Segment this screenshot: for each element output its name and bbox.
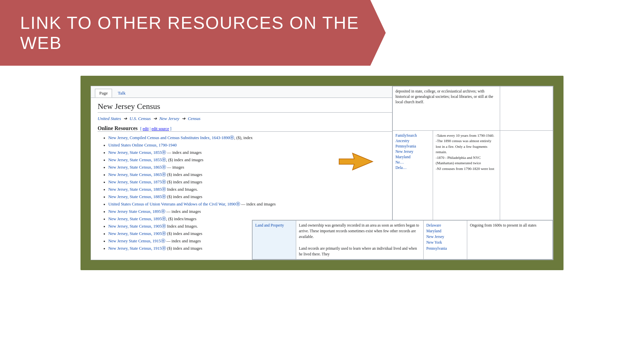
delaware-link[interactable]: Delaware: [426, 223, 441, 227]
section-edit-links: [ edit | edit source ]: [140, 126, 171, 131]
new-york-link[interactable]: New York: [426, 240, 442, 244]
ongoing-cell: Ongoing from 1600s to present in all sta…: [467, 220, 553, 259]
ancestry-link[interactable]: Ancestry: [395, 139, 410, 143]
list-link[interactable]: New Jersey, State Census, 1865ⓔ: [108, 172, 166, 177]
new-jersey-link[interactable]: New Jersey: [395, 149, 413, 154]
list-link[interactable]: New Jersey, State Census, 1905ⓔ: [108, 231, 166, 236]
info-table-overlay: deposited in state, college, or ecclesia…: [392, 86, 553, 224]
empty-col: [500, 130, 553, 223]
new-jersey-bottom-link[interactable]: New Jersey: [426, 235, 444, 239]
list-link[interactable]: New Jersey, State Census, 1875ⓔ: [108, 180, 166, 184]
list-link[interactable]: New Jersey, State Census, 1865ⓔ: [108, 165, 166, 170]
category-cell: Land and Property: [253, 220, 296, 259]
edit-link[interactable]: edit: [143, 126, 149, 131]
header-title: LINK TO OTHER RESOURCES ON THE WEB: [20, 13, 366, 53]
list-link[interactable]: New Jersey State Census, 1915ⓔ: [108, 239, 165, 243]
breadcrumb-us[interactable]: United States: [98, 116, 121, 121]
ne-link[interactable]: Ne…: [395, 160, 404, 164]
list-link[interactable]: New Jersey State Census, 1895ⓔ: [108, 209, 165, 214]
breadcrumb-nj[interactable]: New Jersey: [159, 116, 179, 121]
list-link[interactable]: New Jersey, State Census, 1895ⓔ: [108, 217, 166, 221]
wiki-panel: Page Talk Read View New Jersey Census Un…: [91, 86, 553, 260]
pennsylvania-bottom-link[interactable]: Pennsylvania: [426, 246, 447, 250]
list-link[interactable]: New Jersey, State Census, 1915ⓔ: [108, 246, 166, 251]
list-link[interactable]: New Jersey, State Census, 1885ⓔ: [108, 187, 166, 192]
links-cell: Delaware Maryland New Jersey New York Pe…: [424, 220, 467, 259]
land-property-link[interactable]: Land and Property: [255, 223, 284, 227]
cursor-arrow: [336, 146, 376, 177]
maryland-link[interactable]: Maryland: [395, 155, 411, 159]
list-link[interactable]: New Jersey, State Census, 1855ⓔ: [108, 150, 166, 155]
header-banner: LINK TO OTHER RESOURCES ON THE WEB: [0, 0, 386, 66]
tab-page[interactable]: Page: [95, 89, 112, 98]
familysearch-link[interactable]: FamilySearch: [395, 133, 417, 137]
bottom-table: Land and Property Land ownership was gen…: [252, 220, 553, 260]
section-title: Online Resources: [98, 125, 138, 131]
main-content: Page Talk Read View New Jersey Census Un…: [80, 76, 564, 270]
list-link[interactable]: United States Online Census, 1790-1940: [108, 143, 177, 147]
list-link[interactable]: United States Census of Union Veterans a…: [108, 202, 240, 206]
pennsylvania-link[interactable]: Pennsylvania: [395, 144, 416, 148]
list-link[interactable]: New Jersey, State Census, 1855ⓔ: [108, 158, 166, 162]
list-link[interactable]: New Jersey, State Census, 1905ⓔ: [108, 224, 166, 229]
links-col: FamilySearch Ancestry Pennsylvania New J…: [393, 130, 433, 223]
breadcrumb-us-census[interactable]: U.S. Census: [129, 116, 151, 121]
description-cell: Land ownership was generally recorded in…: [296, 220, 424, 259]
notes-col: -Taken every 10 years from 1790-1940. -T…: [433, 130, 500, 223]
maryland-bottom-link[interactable]: Maryland: [426, 229, 441, 233]
breadcrumb-census[interactable]: Census: [188, 116, 201, 121]
archive-text: deposited in state, college, or ecclesia…: [393, 86, 500, 131]
list-link[interactable]: New Jersey, Compiled Census and Census S…: [108, 135, 234, 140]
empty-cell: [500, 86, 553, 131]
edit-source-link[interactable]: edit source: [152, 126, 169, 131]
dela-link[interactable]: Dela…: [395, 166, 407, 170]
tab-talk[interactable]: Talk: [113, 89, 130, 98]
list-link[interactable]: New Jersey, State Census, 1885ⓔ: [108, 194, 166, 199]
